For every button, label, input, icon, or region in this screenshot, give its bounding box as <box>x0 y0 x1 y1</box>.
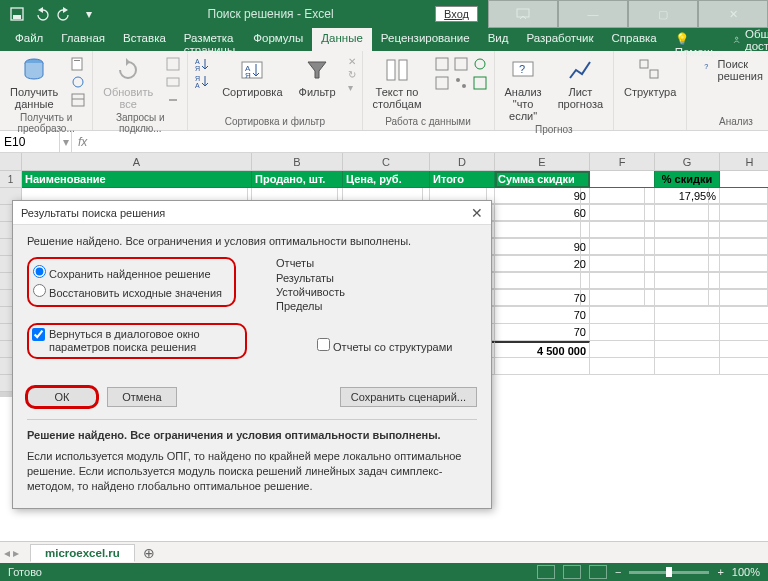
get-data-button[interactable]: Получить данные <box>6 54 62 112</box>
cancel-button[interactable]: Отмена <box>107 387 177 407</box>
col-header-E[interactable]: E <box>495 153 590 171</box>
checkbox-outline-reports[interactable]: Отчеты со структурами <box>317 338 452 353</box>
cell[interactable]: Продано, шт. <box>252 171 343 188</box>
tab-help[interactable]: Справка <box>603 28 666 51</box>
solver-button[interactable]: ? Поиск решения <box>693 54 768 86</box>
add-sheet-icon[interactable]: ⊕ <box>139 545 159 561</box>
share-button[interactable]: Общий доступ <box>732 28 768 51</box>
zoom-out-icon[interactable]: − <box>615 566 621 578</box>
from-text-icon[interactable] <box>70 56 86 72</box>
cell[interactable]: 17,95% <box>655 188 720 205</box>
name-box[interactable] <box>0 131 60 152</box>
cell[interactable]: 90 <box>495 239 590 256</box>
cell[interactable]: Итого <box>430 171 495 188</box>
checkbox-return-dialog[interactable]: Вернуться в диалоговое окно параметров п… <box>32 328 229 354</box>
radio-keep-solution[interactable]: Сохранить найденное решение <box>33 263 222 282</box>
relationships-icon[interactable] <box>453 75 469 91</box>
col-header-D[interactable]: D <box>430 153 495 171</box>
col-header-G[interactable]: G <box>655 153 720 171</box>
col-header-F[interactable]: F <box>590 153 655 171</box>
consolidate-icon[interactable] <box>434 75 450 91</box>
queries-icon[interactable] <box>165 56 181 72</box>
name-dropdown-icon[interactable]: ▾ <box>60 131 72 152</box>
save-scenario-button[interactable]: Сохранить сценарий... <box>340 387 477 407</box>
report-limits[interactable]: Пределы <box>276 299 345 313</box>
col-header-H[interactable]: H <box>720 153 768 171</box>
properties-icon[interactable] <box>165 74 181 90</box>
data-validation-icon[interactable] <box>472 56 488 72</box>
from-table-icon[interactable] <box>70 92 86 108</box>
view-pagebreak-icon[interactable] <box>589 565 607 579</box>
row-header[interactable]: 1 <box>0 171 22 188</box>
sort-az-icon[interactable]: AЯ <box>194 56 210 72</box>
cell[interactable]: 70 <box>495 324 590 341</box>
undo-icon[interactable] <box>30 3 52 25</box>
cell[interactable] <box>720 171 768 188</box>
refresh-all-button[interactable]: Обновить все <box>99 54 157 112</box>
cell[interactable]: 60 <box>495 205 590 222</box>
tab-review[interactable]: Рецензирование <box>372 28 479 51</box>
cell[interactable] <box>590 188 655 205</box>
cell[interactable]: Цена, руб. <box>343 171 430 188</box>
view-normal-icon[interactable] <box>537 565 555 579</box>
view-layout-icon[interactable] <box>563 565 581 579</box>
tab-formulas[interactable]: Формулы <box>244 28 312 51</box>
cell[interactable]: Наименование <box>22 171 252 188</box>
minimize-icon[interactable]: — <box>558 0 628 28</box>
radio-restore-original[interactable]: Восстановить исходные значения <box>33 282 222 301</box>
cell[interactable]: 70 <box>495 307 590 324</box>
tab-layout[interactable]: Разметка страницы <box>175 28 244 51</box>
cell[interactable]: Сумма скидки <box>495 171 590 188</box>
zoom-in-icon[interactable]: + <box>717 566 723 578</box>
data-model-icon[interactable] <box>472 75 488 91</box>
report-sensitivity[interactable]: Устойчивость <box>276 285 345 299</box>
cell[interactable] <box>590 171 655 188</box>
advanced-icon[interactable]: ▾ <box>348 82 356 93</box>
cell[interactable]: 90 <box>495 188 590 205</box>
maximize-icon[interactable]: ▢ <box>628 0 698 28</box>
tab-data[interactable]: Данные <box>312 28 372 51</box>
cell[interactable] <box>495 273 590 290</box>
fx-icon[interactable]: fx <box>72 135 93 149</box>
cell[interactable]: 4 500 000 <box>495 341 590 358</box>
col-header-A[interactable]: A <box>22 153 252 171</box>
cell[interactable] <box>720 188 768 205</box>
sort-za-icon[interactable]: ЯA <box>194 73 210 89</box>
ok-button[interactable]: ОК <box>27 387 97 407</box>
cell[interactable]: 70 <box>495 290 590 307</box>
qat-dropdown-icon[interactable]: ▾ <box>78 3 100 25</box>
clear-filter-icon[interactable]: ✕ <box>348 56 356 67</box>
outline-button[interactable]: Структура <box>620 54 680 100</box>
name-box-input[interactable] <box>4 135 55 149</box>
tab-developer[interactable]: Разработчик <box>517 28 602 51</box>
save-icon[interactable] <box>6 3 28 25</box>
zoom-value[interactable]: 100% <box>732 566 760 578</box>
from-web-icon[interactable] <box>70 74 86 90</box>
reapply-icon[interactable]: ↻ <box>348 69 356 80</box>
cell[interactable]: % скидки <box>655 171 720 188</box>
sort-button[interactable]: AЯ Сортировка <box>218 54 286 100</box>
edit-links-icon[interactable] <box>165 92 181 108</box>
zoom-slider[interactable] <box>629 571 709 574</box>
what-if-button[interactable]: ? Анализ "что если" <box>501 54 546 124</box>
report-results[interactable]: Результаты <box>276 271 345 285</box>
text-to-columns-button[interactable]: Текст по столбцам <box>369 54 426 112</box>
sheet-nav[interactable]: ◂ ▸ <box>4 546 19 560</box>
cell[interactable] <box>495 222 590 239</box>
close-icon[interactable]: ✕ <box>698 0 768 28</box>
tab-insert[interactable]: Вставка <box>114 28 175 51</box>
col-header-C[interactable]: C <box>343 153 430 171</box>
flash-fill-icon[interactable] <box>434 56 450 72</box>
select-all-cell[interactable] <box>0 153 22 171</box>
remove-dupes-icon[interactable] <box>453 56 469 72</box>
ribbon-options-icon[interactable] <box>488 0 558 28</box>
tell-me[interactable]: 💡 Помощ... <box>666 28 732 51</box>
filter-button[interactable]: Фильтр <box>295 54 340 100</box>
dialog-close-icon[interactable]: ✕ <box>471 205 483 221</box>
sheet-tab[interactable]: microexcel.ru <box>30 544 135 562</box>
tab-file[interactable]: Файл <box>6 28 52 51</box>
tab-view[interactable]: Вид <box>479 28 518 51</box>
cell[interactable]: 20 <box>495 256 590 273</box>
tab-home[interactable]: Главная <box>52 28 114 51</box>
login-button[interactable]: Вход <box>435 6 478 22</box>
